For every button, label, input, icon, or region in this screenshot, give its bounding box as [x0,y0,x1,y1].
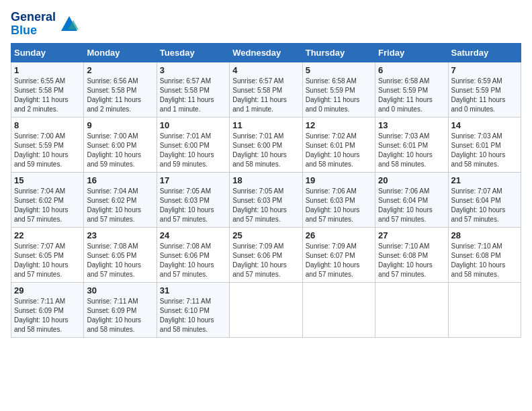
day-cell-7: 7Sunrise: 6:59 AM Sunset: 5:59 PM Daylig… [448,62,521,117]
day-cell-16: 16Sunrise: 7:04 AM Sunset: 6:02 PM Dayli… [84,172,157,227]
week-row-4: 22Sunrise: 7:07 AM Sunset: 6:05 PM Dayli… [11,227,521,282]
day-info: Sunrise: 7:00 AM Sunset: 5:59 PM Dayligh… [14,132,81,169]
day-cell-20: 20Sunrise: 7:06 AM Sunset: 6:04 PM Dayli… [375,172,448,227]
calendar-body: 1Sunrise: 6:55 AM Sunset: 5:58 PM Daylig… [11,62,521,337]
day-number: 30 [87,285,153,295]
day-number: 13 [378,120,445,130]
day-info: Sunrise: 7:06 AM Sunset: 6:03 PM Dayligh… [306,187,372,224]
day-number: 4 [232,65,299,75]
empty-cell [448,282,521,337]
day-cell-28: 28Sunrise: 7:10 AM Sunset: 6:08 PM Dayli… [448,227,521,282]
day-number: 29 [14,285,81,295]
day-number: 9 [87,120,153,130]
day-cell-15: 15Sunrise: 7:04 AM Sunset: 6:02 PM Dayli… [11,172,84,227]
week-row-2: 8Sunrise: 7:00 AM Sunset: 5:59 PM Daylig… [11,117,521,172]
day-info: Sunrise: 7:03 AM Sunset: 6:01 PM Dayligh… [378,132,445,169]
day-cell-25: 25Sunrise: 7:09 AM Sunset: 6:06 PM Dayli… [230,227,302,282]
day-number: 21 [451,175,518,185]
day-info: Sunrise: 6:57 AM Sunset: 5:58 PM Dayligh… [232,77,299,114]
day-cell-29: 29Sunrise: 7:11 AM Sunset: 6:09 PM Dayli… [11,282,84,337]
day-info: Sunrise: 7:02 AM Sunset: 6:01 PM Dayligh… [306,132,372,169]
day-cell-12: 12Sunrise: 7:02 AM Sunset: 6:01 PM Dayli… [302,117,375,172]
day-cell-24: 24Sunrise: 7:08 AM Sunset: 6:06 PM Dayli… [157,227,229,282]
day-number: 11 [232,120,299,130]
day-info: Sunrise: 6:58 AM Sunset: 5:59 PM Dayligh… [378,77,445,114]
day-info: Sunrise: 7:05 AM Sunset: 6:03 PM Dayligh… [160,187,226,224]
empty-cell [230,282,302,337]
day-cell-17: 17Sunrise: 7:05 AM Sunset: 6:03 PM Dayli… [157,172,229,227]
day-cell-9: 9Sunrise: 7:00 AM Sunset: 6:00 PM Daylig… [84,117,157,172]
day-number: 1 [14,65,81,75]
day-cell-31: 31Sunrise: 7:11 AM Sunset: 6:10 PM Dayli… [157,282,229,337]
weekday-tuesday: Tuesday [157,43,229,62]
day-cell-8: 8Sunrise: 7:00 AM Sunset: 5:59 PM Daylig… [11,117,84,172]
day-cell-14: 14Sunrise: 7:03 AM Sunset: 6:01 PM Dayli… [448,117,521,172]
day-info: Sunrise: 6:57 AM Sunset: 5:58 PM Dayligh… [160,77,226,114]
week-row-5: 29Sunrise: 7:11 AM Sunset: 6:09 PM Dayli… [11,282,521,337]
day-cell-3: 3Sunrise: 6:57 AM Sunset: 5:58 PM Daylig… [157,62,229,117]
day-cell-26: 26Sunrise: 7:09 AM Sunset: 6:07 PM Dayli… [302,227,375,282]
day-number: 5 [306,65,372,75]
day-cell-1: 1Sunrise: 6:55 AM Sunset: 5:58 PM Daylig… [11,62,84,117]
day-info: Sunrise: 7:08 AM Sunset: 6:05 PM Dayligh… [87,242,153,279]
day-info: Sunrise: 7:10 AM Sunset: 6:08 PM Dayligh… [378,242,445,279]
day-number: 8 [14,120,81,130]
day-info: Sunrise: 7:08 AM Sunset: 6:06 PM Dayligh… [160,242,226,279]
weekday-wednesday: Wednesday [230,43,302,62]
weekday-monday: Monday [84,43,157,62]
day-info: Sunrise: 7:01 AM Sunset: 6:00 PM Dayligh… [160,132,226,169]
day-number: 28 [451,230,518,240]
weekday-thursday: Thursday [302,43,375,62]
day-info: Sunrise: 7:01 AM Sunset: 6:00 PM Dayligh… [232,132,299,169]
day-info: Sunrise: 7:11 AM Sunset: 6:09 PM Dayligh… [14,297,81,334]
day-info: Sunrise: 7:00 AM Sunset: 6:00 PM Dayligh… [87,132,153,169]
logo-icon [60,15,79,34]
day-cell-10: 10Sunrise: 7:01 AM Sunset: 6:00 PM Dayli… [157,117,229,172]
day-cell-22: 22Sunrise: 7:07 AM Sunset: 6:05 PM Dayli… [11,227,84,282]
day-info: Sunrise: 6:55 AM Sunset: 5:58 PM Dayligh… [14,77,81,114]
day-info: Sunrise: 7:06 AM Sunset: 6:04 PM Dayligh… [378,187,445,224]
day-info: Sunrise: 7:04 AM Sunset: 6:02 PM Dayligh… [87,187,153,224]
day-info: Sunrise: 7:09 AM Sunset: 6:06 PM Dayligh… [232,242,299,279]
day-number: 18 [232,175,299,185]
day-number: 12 [306,120,372,130]
day-number: 17 [160,175,226,185]
day-info: Sunrise: 6:59 AM Sunset: 5:59 PM Dayligh… [451,77,518,114]
weekday-friday: Friday [375,43,448,62]
day-info: Sunrise: 6:58 AM Sunset: 5:59 PM Dayligh… [306,77,372,114]
day-number: 10 [160,120,226,130]
day-number: 31 [160,285,226,295]
day-number: 7 [451,65,518,75]
day-cell-4: 4Sunrise: 6:57 AM Sunset: 5:58 PM Daylig… [230,62,302,117]
day-info: Sunrise: 7:07 AM Sunset: 6:04 PM Dayligh… [451,187,518,224]
day-cell-18: 18Sunrise: 7:05 AM Sunset: 6:03 PM Dayli… [230,172,302,227]
empty-cell [375,282,448,337]
day-number: 23 [87,230,153,240]
weekday-saturday: Saturday [448,43,521,62]
day-number: 2 [87,65,153,75]
day-cell-19: 19Sunrise: 7:06 AM Sunset: 6:03 PM Dayli… [302,172,375,227]
day-info: Sunrise: 6:56 AM Sunset: 5:58 PM Dayligh… [87,77,153,114]
week-row-1: 1Sunrise: 6:55 AM Sunset: 5:58 PM Daylig… [11,62,521,117]
day-info: Sunrise: 7:05 AM Sunset: 6:03 PM Dayligh… [232,187,299,224]
logo-text: GeneralBlue [11,11,56,38]
day-number: 14 [451,120,518,130]
day-cell-27: 27Sunrise: 7:10 AM Sunset: 6:08 PM Dayli… [375,227,448,282]
day-number: 24 [160,230,226,240]
day-info: Sunrise: 7:04 AM Sunset: 6:02 PM Dayligh… [14,187,81,224]
day-number: 16 [87,175,153,185]
day-info: Sunrise: 7:10 AM Sunset: 6:08 PM Dayligh… [451,242,518,279]
day-number: 22 [14,230,81,240]
logo: GeneralBlue [11,11,79,38]
day-cell-13: 13Sunrise: 7:03 AM Sunset: 6:01 PM Dayli… [375,117,448,172]
calendar-table: SundayMondayTuesdayWednesdayThursdayFrid… [11,43,521,338]
day-info: Sunrise: 7:11 AM Sunset: 6:10 PM Dayligh… [160,297,226,334]
day-number: 27 [378,230,445,240]
weekday-sunday: Sunday [11,43,84,62]
day-number: 26 [306,230,372,240]
day-cell-5: 5Sunrise: 6:58 AM Sunset: 5:59 PM Daylig… [302,62,375,117]
day-number: 19 [306,175,372,185]
day-number: 25 [232,230,299,240]
day-cell-6: 6Sunrise: 6:58 AM Sunset: 5:59 PM Daylig… [375,62,448,117]
day-cell-2: 2Sunrise: 6:56 AM Sunset: 5:58 PM Daylig… [84,62,157,117]
